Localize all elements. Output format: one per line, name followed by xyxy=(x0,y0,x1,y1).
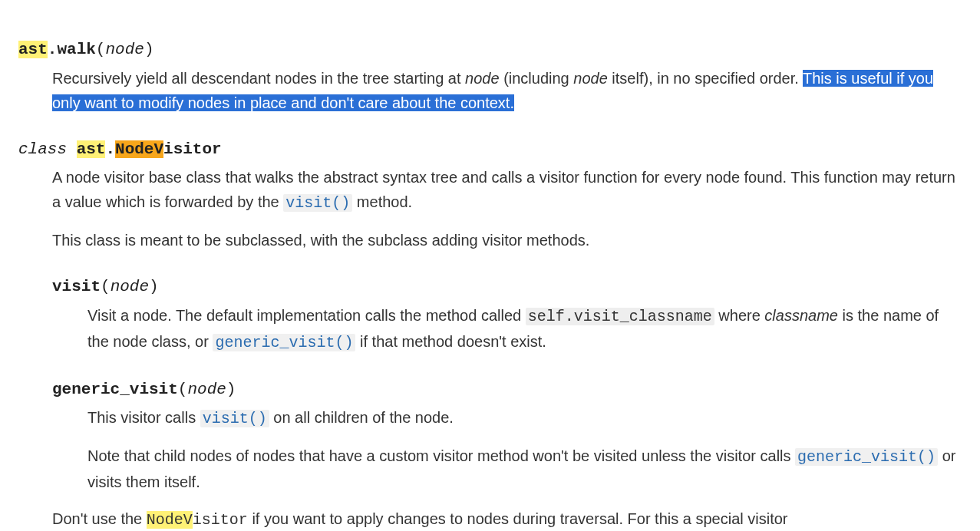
generic-visit-p2: Note that child nodes of nodes that have… xyxy=(87,444,962,494)
dot: . xyxy=(48,41,58,58)
class-ref-highlight: NodeV xyxy=(147,511,193,529)
generic-visit-link[interactable]: generic_visit() xyxy=(795,448,938,466)
walk-description-text: Recursively yield all descendant nodes i… xyxy=(52,66,962,115)
dot: . xyxy=(105,140,115,158)
visit-description-text: Visit a node. The default implementation… xyxy=(87,303,962,355)
text-run: itself), in no specified order. xyxy=(608,70,803,87)
generic-visit-description: This visitor calls visit() on all childr… xyxy=(87,405,962,494)
code-literal: self.visit_classname xyxy=(526,308,714,325)
visit-link[interactable]: visit() xyxy=(283,194,352,212)
nodevisitor-description: A node visitor base class that walks the… xyxy=(52,165,962,252)
open-paren: ( xyxy=(178,381,188,398)
param-name: node xyxy=(187,381,226,398)
text-run: A node visitor base class that walks the… xyxy=(52,169,955,210)
class-ref-rest: isitor xyxy=(193,511,248,529)
emphasis: classname xyxy=(764,307,838,324)
text-run: if you want to apply changes to nodes du… xyxy=(248,510,788,527)
open-paren: ( xyxy=(101,278,111,295)
module-name: ast xyxy=(77,140,106,158)
visit-link[interactable]: visit() xyxy=(200,410,269,427)
nodevisitor-footer-note: Don't use the NodeVisitor if you want to… xyxy=(52,506,962,531)
text-run: (including xyxy=(500,70,574,87)
close-paren: ) xyxy=(144,41,154,58)
text-run: Recursively yield all descendant nodes i… xyxy=(52,70,465,87)
text-run: Don't use the xyxy=(52,510,147,527)
param-ref: node xyxy=(573,70,608,87)
walk-description: Recursively yield all descendant nodes i… xyxy=(52,66,962,115)
function-signature-walk: ast.walk(node) xyxy=(18,37,962,63)
method-signature-generic-visit: generic_visit(node) xyxy=(52,377,962,403)
text-run: on all children of the node. xyxy=(269,409,454,426)
close-paren: ) xyxy=(226,381,236,398)
close-paren: ) xyxy=(149,278,159,295)
class-signature-nodevisitor: class ast.NodeVisitor xyxy=(18,137,962,163)
footer-text: Don't use the NodeVisitor if you want to… xyxy=(52,506,962,531)
text-run: method. xyxy=(352,193,412,210)
generic-visit-link[interactable]: generic_visit() xyxy=(213,334,355,351)
function-name: walk xyxy=(57,41,95,58)
class-name-highlight: NodeV xyxy=(115,140,163,158)
param-name: node xyxy=(111,278,149,295)
method-name: generic_visit xyxy=(52,381,178,398)
class-name-rest: isitor xyxy=(163,140,222,158)
method-name: visit xyxy=(52,278,101,295)
text-run: where xyxy=(714,307,765,324)
method-signature-visit: visit(node) xyxy=(52,274,962,300)
text-run: Note that child nodes of nodes that have… xyxy=(87,447,795,464)
text-run: Visit a node. The default implementation… xyxy=(87,307,526,324)
nodevisitor-p1: A node visitor base class that walks the… xyxy=(52,165,962,216)
param-name: node xyxy=(105,41,144,58)
generic-visit-p1: This visitor calls visit() on all childr… xyxy=(87,405,962,431)
class-keyword: class xyxy=(18,140,77,158)
text-run: This visitor calls xyxy=(87,409,200,426)
param-ref: node xyxy=(465,70,500,87)
visit-description: Visit a node. The default implementation… xyxy=(87,303,962,355)
text-run: if that method doesn't exist. xyxy=(355,333,546,350)
nodevisitor-p2: This class is meant to be subclassed, wi… xyxy=(52,228,962,252)
module-name: ast xyxy=(18,41,48,58)
open-paren: ( xyxy=(96,41,106,58)
